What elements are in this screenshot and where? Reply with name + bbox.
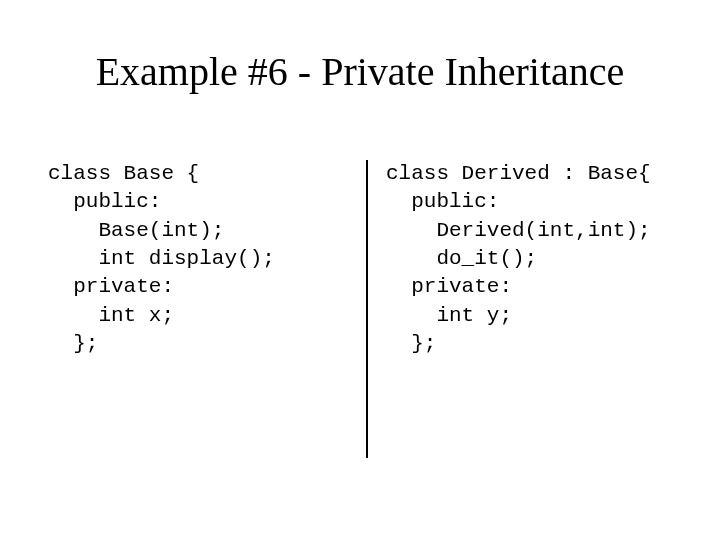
code-right: class Derived : Base{ public: Derived(in…: [368, 160, 651, 458]
slide-title: Example #6 - Private Inheritance: [0, 48, 720, 95]
slide: Example #6 - Private Inheritance class B…: [0, 0, 720, 540]
code-left: class Base { public: Base(int); int disp…: [48, 160, 366, 458]
code-columns: class Base { public: Base(int); int disp…: [48, 160, 672, 458]
